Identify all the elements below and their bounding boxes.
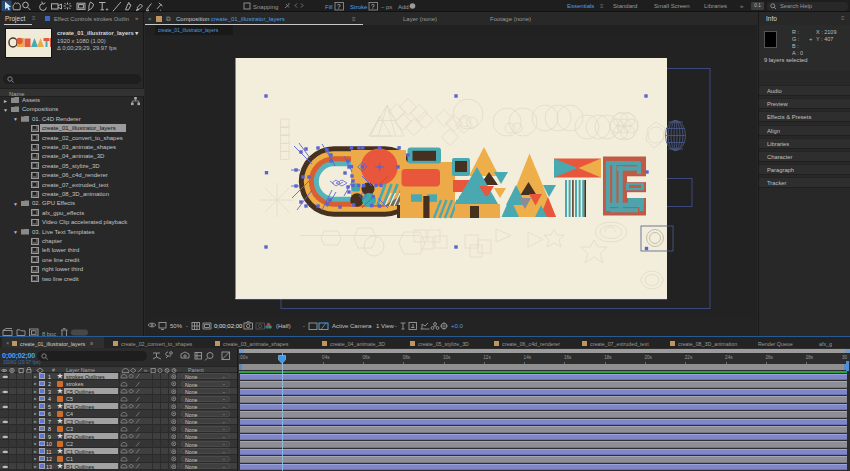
svg-text:Active Camera: Active Camera <box>332 323 372 329</box>
svg-text:50%: 50% <box>170 323 183 329</box>
svg-text:1 View: 1 View <box>376 323 395 329</box>
svg-text:(Half): (Half) <box>276 323 291 329</box>
svg-text:+0.0: +0.0 <box>451 323 464 329</box>
svg-text:Snapping: Snapping <box>253 4 278 10</box>
svg-text:?: ? <box>337 3 341 10</box>
svg-text:Add:: Add: <box>398 4 411 10</box>
svg-text:?: ? <box>371 3 375 10</box>
svg-text:Stroke: Stroke <box>350 4 368 10</box>
svg-text:⌄: ⌄ <box>369 323 373 328</box>
svg-text:– px: – px <box>381 4 392 10</box>
svg-text:⌄: ⌄ <box>302 323 306 328</box>
svg-text:⌄: ⌄ <box>394 323 398 328</box>
svg-text:Fill: Fill <box>325 4 333 10</box>
svg-text:0;00;02;00: 0;00;02;00 <box>214 323 243 329</box>
svg-text:⌄: ⌄ <box>185 323 189 328</box>
